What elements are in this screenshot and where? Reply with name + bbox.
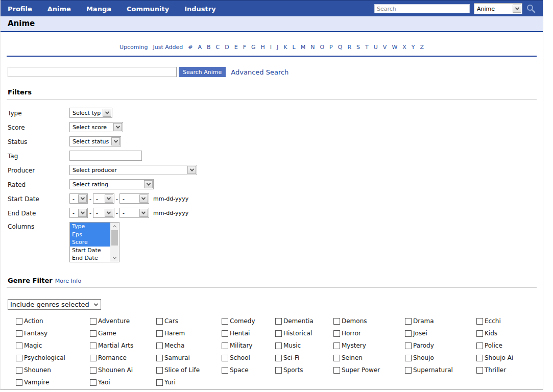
letter-nav-link[interactable]: D: [225, 44, 229, 51]
genre-checkbox[interactable]: [16, 342, 22, 349]
genre-checkbox-item[interactable]: Game: [90, 329, 156, 337]
genre-checkbox[interactable]: [333, 318, 340, 325]
letter-nav-link[interactable]: F: [243, 44, 246, 51]
anime-search-input[interactable]: [8, 67, 177, 77]
columns-option[interactable]: Type: [70, 223, 110, 231]
genre-checkbox-item[interactable]: Adventure: [90, 317, 156, 325]
start-day-select[interactable]: -: [93, 193, 114, 204]
genre-checkbox-item[interactable]: Historical: [275, 329, 333, 337]
genre-checkbox-item[interactable]: Hentai: [222, 329, 275, 337]
genre-checkbox-item[interactable]: Thriller: [476, 366, 536, 374]
letter-nav-link[interactable]: U: [374, 44, 378, 51]
genre-checkbox-item[interactable]: Shoujo: [405, 354, 476, 362]
genre-checkbox[interactable]: [476, 330, 483, 337]
genre-checkbox-item[interactable]: Space: [222, 366, 275, 374]
genre-checkbox-item[interactable]: Sports: [275, 366, 333, 374]
columns-scrollbar[interactable]: [110, 223, 119, 262]
genre-checkbox[interactable]: [156, 355, 163, 361]
letter-nav-link[interactable]: W: [392, 44, 397, 51]
genre-checkbox-item[interactable]: Shoujo Ai: [476, 354, 536, 362]
genre-checkbox[interactable]: [90, 318, 97, 325]
advanced-search-link[interactable]: Advanced Search: [231, 68, 288, 76]
letter-nav-link[interactable]: I: [270, 44, 272, 51]
genre-checkbox-item[interactable]: Yuri: [156, 378, 222, 386]
letter-nav-link[interactable]: Z: [420, 44, 424, 51]
letter-nav-link[interactable]: V: [383, 44, 387, 51]
letter-nav-link[interactable]: O: [320, 44, 324, 51]
letter-nav-link[interactable]: #: [188, 44, 193, 51]
genre-checkbox-item[interactable]: Cars: [156, 317, 222, 325]
genre-checkbox-item[interactable]: Kids: [476, 329, 536, 337]
letter-nav-link[interactable]: Just Added: [153, 44, 183, 51]
end-month-select[interactable]: -: [69, 208, 88, 218]
genre-checkbox[interactable]: [90, 379, 97, 386]
genre-checkbox-item[interactable]: Psychological: [16, 354, 90, 362]
columns-listbox[interactable]: TypeEpsScoreStart DateEnd Date: [69, 222, 119, 262]
genre-checkbox-item[interactable]: Parody: [405, 341, 476, 350]
genre-checkbox[interactable]: [405, 342, 412, 349]
status-select[interactable]: Select status: [69, 136, 121, 146]
start-year-select[interactable]: -: [119, 193, 149, 204]
genre-checkbox-item[interactable]: Samurai: [156, 354, 222, 362]
genre-checkbox[interactable]: [156, 330, 163, 337]
genre-checkbox[interactable]: [275, 355, 282, 361]
genre-checkbox-item[interactable]: Romance: [90, 354, 156, 362]
scrollbar-track[interactable]: [110, 230, 119, 254]
genre-checkbox-item[interactable]: Horror: [333, 329, 405, 337]
score-select[interactable]: Select score: [69, 122, 123, 132]
genre-checkbox-item[interactable]: Dementia: [275, 317, 333, 325]
genre-checkbox-item[interactable]: Super Power: [333, 366, 405, 374]
columns-option[interactable]: Start Date: [70, 247, 110, 255]
letter-nav-link[interactable]: Upcoming: [119, 44, 148, 51]
genre-checkbox-item[interactable]: Comedy: [222, 317, 275, 325]
genre-checkbox-item[interactable]: Seinen: [333, 354, 405, 362]
genre-checkbox[interactable]: [476, 355, 483, 361]
genre-checkbox[interactable]: [156, 367, 163, 374]
genre-checkbox-item[interactable]: Mystery: [333, 341, 405, 350]
rated-select[interactable]: Select rating: [69, 179, 154, 189]
genre-checkbox[interactable]: [476, 367, 483, 374]
genre-checkbox[interactable]: [16, 379, 22, 386]
end-day-select[interactable]: -: [93, 208, 114, 218]
letter-nav-link[interactable]: M: [301, 44, 306, 51]
genre-checkbox[interactable]: [16, 355, 22, 361]
genre-checkbox[interactable]: [156, 379, 163, 386]
letter-nav-link[interactable]: X: [402, 44, 406, 51]
scrollbar-thumb[interactable]: [111, 230, 118, 246]
producer-select[interactable]: Select producer: [69, 165, 197, 175]
top-nav-item[interactable]: Community: [127, 5, 169, 13]
letter-nav-link[interactable]: L: [293, 44, 296, 51]
genre-mode-select[interactable]: Include genres selected: [8, 299, 101, 310]
letter-nav-link[interactable]: N: [310, 44, 315, 51]
letter-nav-link[interactable]: J: [277, 44, 278, 51]
genre-checkbox[interactable]: [90, 367, 97, 374]
genre-checkbox-item[interactable]: Martial Arts: [90, 341, 156, 350]
genre-checkbox[interactable]: [156, 318, 163, 325]
more-info-link[interactable]: More Info: [55, 278, 82, 284]
genre-checkbox[interactable]: [275, 318, 282, 325]
genre-checkbox-item[interactable]: Shounen: [16, 366, 90, 374]
letter-nav-link[interactable]: H: [261, 44, 265, 51]
genre-checkbox-item[interactable]: Action: [16, 317, 90, 325]
columns-option[interactable]: End Date: [70, 254, 110, 262]
genre-checkbox[interactable]: [405, 318, 412, 325]
genre-checkbox-item[interactable]: Fantasy: [16, 329, 90, 337]
letter-nav-link[interactable]: R: [347, 44, 351, 51]
top-nav-item[interactable]: Industry: [184, 5, 216, 13]
genre-checkbox[interactable]: [275, 342, 282, 349]
genre-checkbox[interactable]: [90, 330, 97, 337]
letter-nav-link[interactable]: K: [283, 44, 287, 51]
columns-option[interactable]: Score: [70, 238, 110, 247]
genre-checkbox[interactable]: [222, 355, 228, 361]
search-icon[interactable]: [526, 4, 536, 13]
genre-checkbox[interactable]: [333, 355, 340, 361]
genre-checkbox-item[interactable]: Police: [476, 341, 536, 350]
genre-checkbox[interactable]: [405, 330, 412, 337]
search-anime-button[interactable]: Search Anime: [179, 67, 226, 77]
tag-input[interactable]: [69, 151, 142, 161]
genre-checkbox[interactable]: [16, 330, 22, 337]
scroll-down-icon[interactable]: [110, 254, 119, 262]
genre-checkbox[interactable]: [405, 355, 412, 361]
letter-nav-link[interactable]: B: [207, 44, 211, 51]
genre-checkbox[interactable]: [476, 318, 483, 325]
